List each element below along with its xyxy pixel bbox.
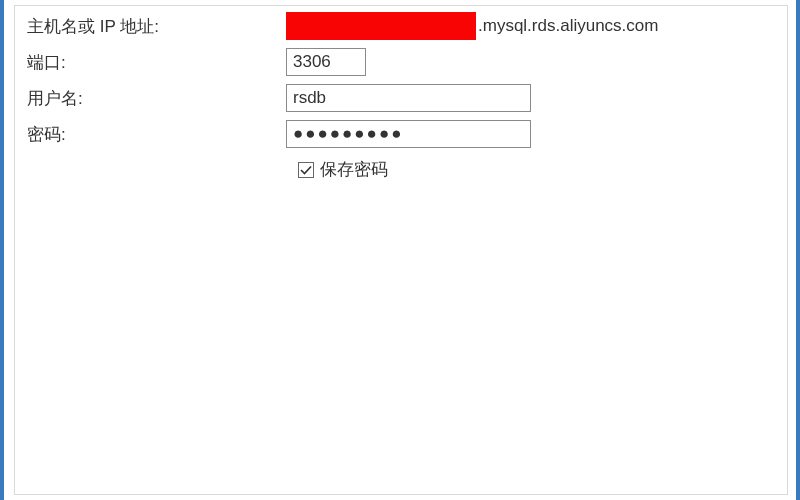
row-user: 用户名: (15, 80, 787, 116)
password-input[interactable] (286, 120, 531, 148)
check-icon (300, 164, 312, 176)
form-panel: 主机名或 IP 地址: .mysql.rds.aliyuncs.com 端口: … (14, 5, 788, 495)
host-suffix: .mysql.rds.aliyuncs.com (476, 16, 658, 36)
row-port: 端口: (15, 44, 787, 80)
save-password-checkbox[interactable] (298, 162, 314, 178)
host-redacted (286, 12, 476, 40)
row-password: 密码: (15, 116, 787, 152)
connection-dialog: 主机名或 IP 地址: .mysql.rds.aliyuncs.com 端口: … (0, 0, 800, 500)
user-input[interactable] (286, 84, 531, 112)
port-input[interactable] (286, 48, 366, 76)
row-save-password: 保存密码 (15, 152, 787, 185)
label-user: 用户名: (21, 87, 286, 110)
label-port: 端口: (21, 51, 286, 74)
row-host: 主机名或 IP 地址: .mysql.rds.aliyuncs.com (15, 8, 787, 44)
save-password-label: 保存密码 (320, 158, 388, 181)
label-password: 密码: (21, 123, 286, 146)
host-field[interactable]: .mysql.rds.aliyuncs.com (286, 12, 658, 40)
label-host: 主机名或 IP 地址: (21, 15, 286, 38)
